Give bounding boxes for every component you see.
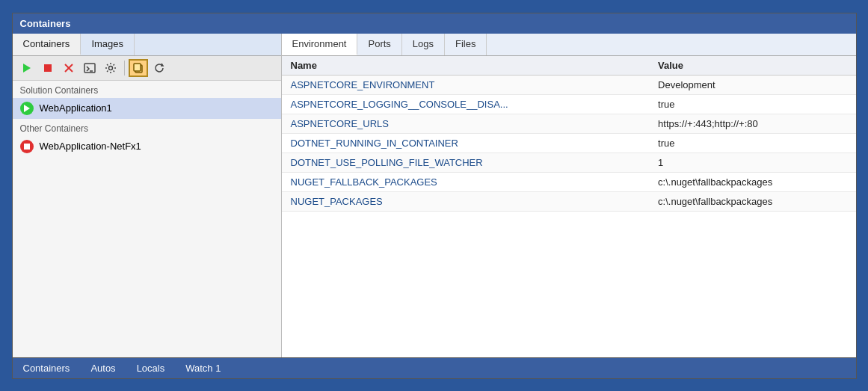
table-row: ASPNETCORE_ENVIRONMENTDevelopment [282, 75, 856, 94]
title-bar: Containers [13, 13, 856, 34]
other-containers-label: Other Containers [13, 119, 281, 136]
gear-icon [105, 62, 117, 74]
terminal-button[interactable] [80, 59, 99, 77]
left-top-tabs: Containers Images [13, 34, 281, 56]
close-icon [63, 62, 75, 74]
main-window: Containers Containers Images [12, 13, 857, 379]
terminal-icon [84, 62, 96, 74]
stop-square-icon [24, 144, 30, 150]
tab-logs[interactable]: Logs [402, 34, 445, 55]
container-item-webapplication-netfx1[interactable]: WebApplication-NetFx1 [13, 136, 281, 157]
table-row: NUGET_PACKAGESc:\.nuget\fallbackpackages [282, 191, 856, 211]
refresh-icon [153, 62, 165, 74]
play-icon [21, 62, 33, 74]
table-row: ASPNETCORE_URLShttps://+:443;http://+:80 [282, 114, 856, 133]
left-panel: Containers Images [13, 34, 282, 357]
tab-environment[interactable]: Environment [282, 34, 358, 55]
env-value-cell: c:\.nuget\fallbackpackages [649, 172, 855, 191]
tab-images[interactable]: Images [81, 34, 135, 55]
status-icon-running [20, 102, 34, 115]
delete-button[interactable] [59, 59, 79, 77]
table-row: DOTNET_RUNNING_IN_CONTAINERtrue [282, 133, 856, 153]
bottom-tab-autos[interactable]: Autos [80, 358, 126, 378]
env-name-cell: DOTNET_USE_POLLING_FILE_WATCHER [282, 153, 650, 172]
tab-containers[interactable]: Containers [13, 34, 81, 55]
env-name-cell: ASPNETCORE_URLS [282, 114, 650, 133]
tab-ports[interactable]: Ports [357, 34, 401, 55]
stop-icon [42, 62, 54, 74]
environment-table: Name Value ASPNETCORE_ENVIRONMENTDevelop… [282, 56, 856, 357]
env-name-cell: NUGET_FALLBACK_PACKAGES [282, 172, 650, 191]
col-header-value: Value [649, 56, 855, 76]
svg-marker-0 [23, 64, 31, 73]
settings-button[interactable] [101, 59, 120, 77]
status-icon-stopped [20, 140, 34, 153]
env-name-cell: ASPNETCORE_ENVIRONMENT [282, 75, 650, 94]
table-row: ASPNETCORE_LOGGING__CONSOLE__DISA...true [282, 94, 856, 114]
env-value-cell: true [649, 94, 855, 114]
refresh-button[interactable] [150, 59, 169, 77]
env-value-cell: 1 [649, 153, 855, 172]
env-name-cell: NUGET_PACKAGES [282, 191, 650, 211]
container-name-webapplication-netfx1: WebApplication-NetFx1 [40, 141, 141, 152]
svg-rect-8 [134, 64, 141, 71]
tab-files[interactable]: Files [445, 34, 487, 55]
container-item-webapplication1[interactable]: WebApplication1 [13, 98, 281, 119]
bottom-tab-locals[interactable]: Locals [126, 358, 176, 378]
svg-rect-1 [44, 64, 52, 72]
env-value-cell: Development [649, 75, 855, 94]
copy-icon [132, 62, 144, 74]
table-header-row: Name Value [282, 56, 856, 76]
env-value-cell: true [649, 133, 855, 153]
start-button[interactable] [17, 59, 37, 77]
env-name-cell: DOTNET_RUNNING_IN_CONTAINER [282, 133, 650, 153]
env-data-table: Name Value ASPNETCORE_ENVIRONMENTDevelop… [282, 56, 856, 212]
toolbar [13, 56, 281, 81]
svg-point-6 [108, 66, 112, 70]
main-area: Containers Images [13, 34, 856, 357]
bottom-tabs: Containers Autos Locals Watch 1 [13, 357, 856, 378]
table-row: NUGET_FALLBACK_PACKAGESc:\.nuget\fallbac… [282, 172, 856, 191]
window-title: Containers [20, 18, 71, 29]
toolbar-separator [124, 61, 125, 76]
col-header-name: Name [282, 56, 650, 76]
env-value-cell: https://+:443;http://+:80 [649, 114, 855, 133]
right-tabs: Environment Ports Logs Files [282, 34, 856, 56]
env-name-cell: ASPNETCORE_LOGGING__CONSOLE__DISA... [282, 94, 650, 114]
stop-button[interactable] [38, 59, 58, 77]
container-name-webapplication1: WebApplication1 [40, 102, 112, 114]
solution-containers-label: Solution Containers [13, 81, 281, 98]
bottom-tab-containers[interactable]: Containers [13, 358, 81, 378]
env-value-cell: c:\.nuget\fallbackpackages [649, 191, 855, 211]
right-panel: Environment Ports Logs Files Name [282, 34, 856, 357]
play-triangle-icon [24, 105, 30, 112]
bottom-tab-watch1[interactable]: Watch 1 [175, 358, 231, 378]
copy-button[interactable] [129, 59, 148, 77]
table-row: DOTNET_USE_POLLING_FILE_WATCHER1 [282, 153, 856, 172]
